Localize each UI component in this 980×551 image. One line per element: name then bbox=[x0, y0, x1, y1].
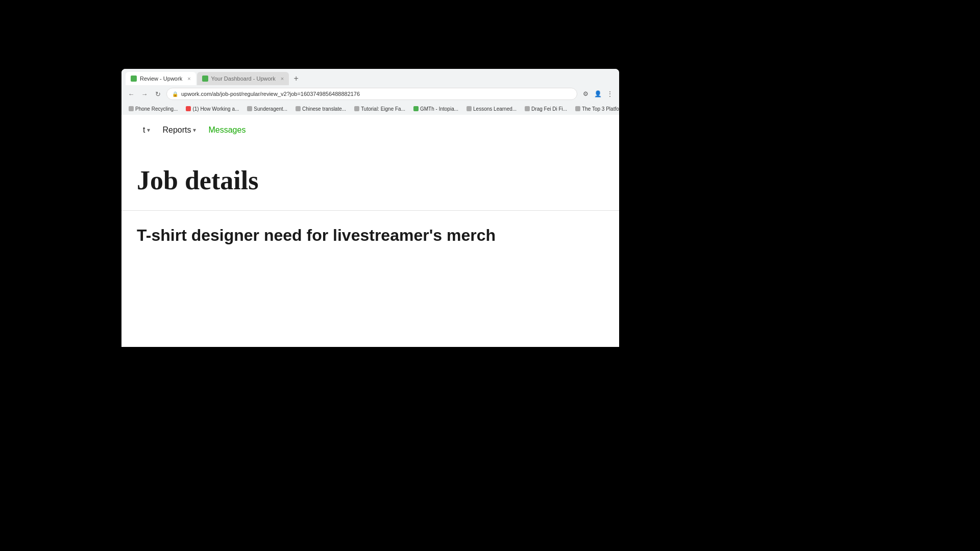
bookmark-7[interactable]: Drag Fei Di Fi... bbox=[522, 105, 570, 113]
nav-item-partial[interactable]: t ▾ bbox=[137, 121, 156, 139]
bookmark-1[interactable]: (1) How Working a... bbox=[183, 105, 242, 113]
main-content: Job details T-shirt designer need for li… bbox=[121, 145, 619, 347]
bookmark-favicon-2 bbox=[247, 106, 252, 111]
bookmark-label-4: Tutorial: Eigne Fa... bbox=[361, 106, 405, 112]
nav-reports-label: Reports bbox=[162, 126, 191, 135]
nav-partial-chevron: ▾ bbox=[147, 127, 150, 134]
address-bar-row: ← → ↻ 🔒 upwork.com/ab/job-post/regular/r… bbox=[121, 85, 619, 103]
bookmark-0[interactable]: Phone Recycling... bbox=[126, 105, 181, 113]
url-text: upwork.com/ab/job-post/regular/review_v2… bbox=[181, 91, 360, 97]
bookmark-label-1: (1) How Working a... bbox=[192, 106, 239, 112]
bookmark-label-2: Sunderagent... bbox=[254, 106, 287, 112]
bookmark-favicon-5 bbox=[413, 106, 419, 111]
bookmark-favicon-3 bbox=[296, 106, 301, 111]
bookmark-favicon-8 bbox=[575, 106, 580, 111]
tab-review[interactable]: Review - Upwork × bbox=[126, 72, 196, 85]
bookmarks-bar: Phone Recycling... (1) How Working a... … bbox=[121, 103, 619, 115]
bookmark-2[interactable]: Sunderagent... bbox=[244, 105, 290, 113]
bookmark-label-5: GMTh - Intopia... bbox=[420, 106, 458, 112]
bookmark-6[interactable]: Lessons Learned... bbox=[463, 105, 520, 113]
tab-label-2: Your Dashboard - Upwork bbox=[211, 76, 276, 82]
section-divider bbox=[121, 210, 619, 211]
toolbar-icons: ⚙ 👤 ⋮ bbox=[580, 89, 615, 99]
menu-icon[interactable]: ⋮ bbox=[605, 89, 615, 99]
tab-favicon-1 bbox=[131, 76, 137, 82]
bookmark-8[interactable]: The Top 3 Platfor... bbox=[572, 105, 619, 113]
nav-messages[interactable]: Messages bbox=[202, 121, 252, 139]
bookmark-label-0: Phone Recycling... bbox=[135, 106, 178, 112]
page-content: t ▾ Reports ▾ Messages Job details T-shi… bbox=[121, 115, 619, 347]
site-nav: t ▾ Reports ▾ Messages bbox=[121, 115, 619, 145]
nav-partial-label: t bbox=[143, 126, 145, 135]
bookmark-5[interactable]: GMTh - Intopia... bbox=[410, 105, 461, 113]
profile-icon[interactable]: 👤 bbox=[593, 89, 603, 99]
browser-chrome: Review - Upwork × Your Dashboard - Upwor… bbox=[121, 69, 619, 115]
bookmark-3[interactable]: Chinese translate... bbox=[292, 105, 349, 113]
bookmark-favicon-4 bbox=[354, 106, 359, 111]
nav-reports[interactable]: Reports ▾ bbox=[156, 121, 202, 139]
page-title: Job details bbox=[137, 166, 604, 195]
tab-close-2[interactable]: × bbox=[281, 76, 284, 82]
job-title: T-shirt designer need for livestreamer's… bbox=[137, 226, 604, 245]
new-tab-button[interactable]: + bbox=[290, 72, 302, 85]
tab-bar: Review - Upwork × Your Dashboard - Upwor… bbox=[121, 69, 619, 85]
bookmark-label-7: Drag Fei Di Fi... bbox=[531, 106, 567, 112]
address-bar[interactable]: 🔒 upwork.com/ab/job-post/regular/review_… bbox=[166, 88, 577, 100]
forward-button[interactable]: → bbox=[139, 88, 150, 99]
bookmark-label-6: Lessons Learned... bbox=[473, 106, 517, 112]
tab-label-1: Review - Upwork bbox=[140, 76, 182, 82]
nav-messages-label: Messages bbox=[208, 126, 246, 135]
tab-close-1[interactable]: × bbox=[187, 76, 190, 82]
extensions-icon[interactable]: ⚙ bbox=[580, 89, 591, 99]
bookmark-4[interactable]: Tutorial: Eigne Fa... bbox=[351, 105, 408, 113]
bookmark-favicon-7 bbox=[525, 106, 530, 111]
nav-reports-chevron: ▾ bbox=[193, 127, 196, 134]
browser-window: Review - Upwork × Your Dashboard - Upwor… bbox=[121, 69, 619, 347]
tab-dashboard[interactable]: Your Dashboard - Upwork × bbox=[197, 72, 289, 85]
bookmark-favicon-0 bbox=[129, 106, 134, 111]
tab-favicon-2 bbox=[202, 76, 208, 82]
bookmark-favicon-1 bbox=[186, 106, 191, 111]
bookmark-label-3: Chinese translate... bbox=[302, 106, 346, 112]
back-button[interactable]: ← bbox=[126, 88, 137, 99]
refresh-button[interactable]: ↻ bbox=[152, 88, 163, 99]
nav-buttons: ← → ↻ bbox=[126, 88, 163, 99]
bookmark-favicon-6 bbox=[467, 106, 472, 111]
lock-icon: 🔒 bbox=[172, 91, 178, 97]
bookmark-label-8: The Top 3 Platfor... bbox=[582, 106, 619, 112]
